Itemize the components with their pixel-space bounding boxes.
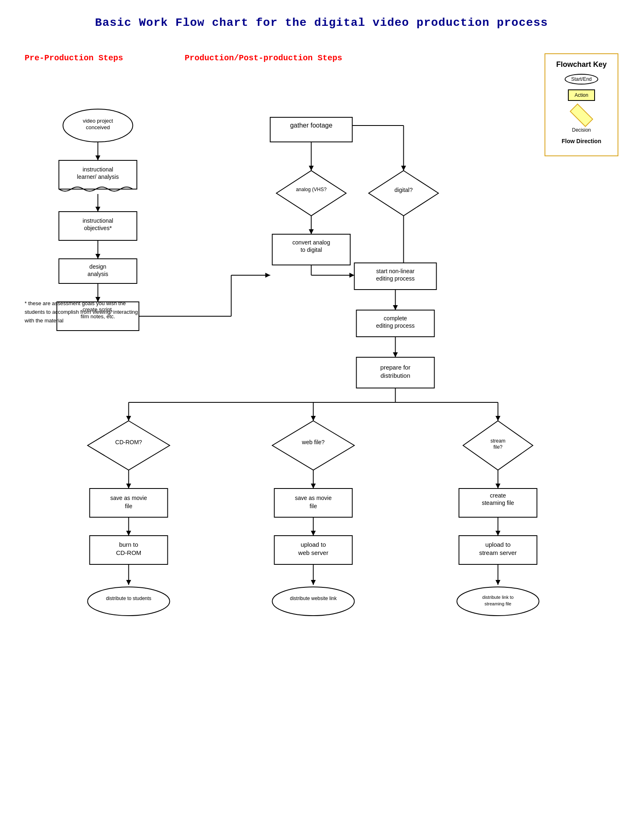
svg-marker-54 <box>393 305 398 310</box>
svg-text:streaming file: streaming file <box>485 601 511 606</box>
flowchart-key: Flowchart Key Start/End Action Decision … <box>545 53 618 156</box>
svg-rect-27 <box>270 117 352 142</box>
svg-text:to digital: to digital <box>300 247 322 253</box>
svg-text:gather footage: gather footage <box>290 122 332 129</box>
svg-marker-46 <box>350 273 355 278</box>
svg-text:complete: complete <box>384 315 407 322</box>
svg-text:distribute website link: distribute website link <box>290 596 337 601</box>
svg-marker-66 <box>126 416 131 421</box>
svg-text:web server: web server <box>298 549 328 556</box>
svg-text:steaming file: steaming file <box>482 500 514 506</box>
key-start-end: Start/End <box>554 74 609 84</box>
svg-marker-9 <box>96 207 101 212</box>
svg-text:conceived: conceived <box>86 124 110 130</box>
svg-point-116 <box>88 587 170 616</box>
svg-text:create: create <box>490 492 506 499</box>
svg-marker-39 <box>309 229 314 234</box>
svg-text:burn to: burn to <box>119 541 138 548</box>
svg-text:prepare for: prepare for <box>380 364 410 371</box>
pre-production-text: Pre-Production Steps <box>25 53 123 63</box>
svg-text:analog (VHS?: analog (VHS? <box>296 187 327 192</box>
svg-text:web file?: web file? <box>302 439 325 445</box>
key-flow-label: Flow Direction <box>562 138 601 144</box>
svg-marker-4 <box>96 155 101 160</box>
svg-marker-69 <box>311 416 316 421</box>
production-text: Production/Post-production Steps <box>185 53 342 63</box>
svg-text:distribute to students: distribute to students <box>106 596 151 601</box>
main-title: Basic Work Flow chart for the digital vi… <box>25 16 618 29</box>
svg-marker-115 <box>496 580 501 585</box>
svg-text:learner/ analysis: learner/ analysis <box>77 173 119 180</box>
svg-text:analysis: analysis <box>87 271 108 277</box>
svg-text:distribute link to: distribute link to <box>482 595 513 600</box>
svg-marker-73 <box>88 421 170 470</box>
svg-marker-96 <box>126 531 131 536</box>
svg-text:editing process: editing process <box>376 322 414 329</box>
footnote: * these are assessment goals you wish th… <box>25 299 144 325</box>
svg-point-118 <box>272 587 355 616</box>
svg-marker-31 <box>277 171 346 216</box>
svg-text:CD-ROM: CD-ROM <box>116 549 142 556</box>
svg-text:save as movie: save as movie <box>110 495 147 501</box>
svg-text:design: design <box>89 263 106 270</box>
svg-marker-85 <box>496 484 501 488</box>
key-rect: Action <box>568 89 595 101</box>
svg-marker-75 <box>272 421 355 470</box>
key-oval: Start/End <box>565 74 598 84</box>
svg-text:objectives*: objectives* <box>84 225 112 231</box>
production-label: Production/Post-production Steps <box>185 53 342 63</box>
svg-marker-111 <box>126 580 131 585</box>
svg-text:stream: stream <box>490 438 506 444</box>
svg-text:file: file <box>125 503 133 509</box>
svg-text:file: file <box>310 503 317 509</box>
key-action: Action <box>554 89 609 101</box>
svg-marker-30 <box>309 166 314 171</box>
svg-marker-98 <box>311 531 316 536</box>
key-diamond-shape <box>570 103 593 127</box>
svg-text:file?: file? <box>493 444 502 450</box>
svg-text:save as movie: save as movie <box>295 495 332 501</box>
svg-text:convert analog: convert analog <box>293 239 330 246</box>
svg-marker-83 <box>311 484 316 488</box>
svg-marker-33 <box>369 171 439 216</box>
svg-text:CD-ROM?: CD-ROM? <box>115 439 142 445</box>
svg-text:distribution: distribution <box>380 372 410 379</box>
svg-marker-113 <box>311 580 316 585</box>
svg-text:stream server: stream server <box>479 549 517 556</box>
svg-marker-14 <box>96 254 101 259</box>
flowchart-svg: video project conceived instructional le… <box>25 54 618 821</box>
svg-text:start non-linear: start non-linear <box>376 268 415 274</box>
pre-production-label: Pre-Production Steps <box>25 53 123 63</box>
svg-marker-100 <box>496 531 501 536</box>
key-decision: Decision <box>554 106 609 133</box>
key-flow: Flow Direction <box>554 138 609 144</box>
svg-text:instructional: instructional <box>82 217 113 224</box>
svg-marker-26 <box>265 273 270 278</box>
svg-text:upload to: upload to <box>485 541 511 548</box>
svg-text:upload to: upload to <box>301 541 326 548</box>
key-title: Flowchart Key <box>554 60 609 69</box>
svg-text:video project: video project <box>83 118 113 124</box>
svg-marker-72 <box>496 416 501 421</box>
svg-marker-37 <box>401 166 406 171</box>
svg-marker-59 <box>393 352 398 357</box>
svg-text:instructional: instructional <box>82 166 113 173</box>
page-container: Basic Work Flow chart for the digital vi… <box>0 0 643 840</box>
key-decision-label: Decision <box>572 127 591 133</box>
svg-marker-81 <box>126 484 131 488</box>
svg-text:editing process: editing process <box>376 275 414 282</box>
svg-text:digital?: digital? <box>394 187 413 193</box>
